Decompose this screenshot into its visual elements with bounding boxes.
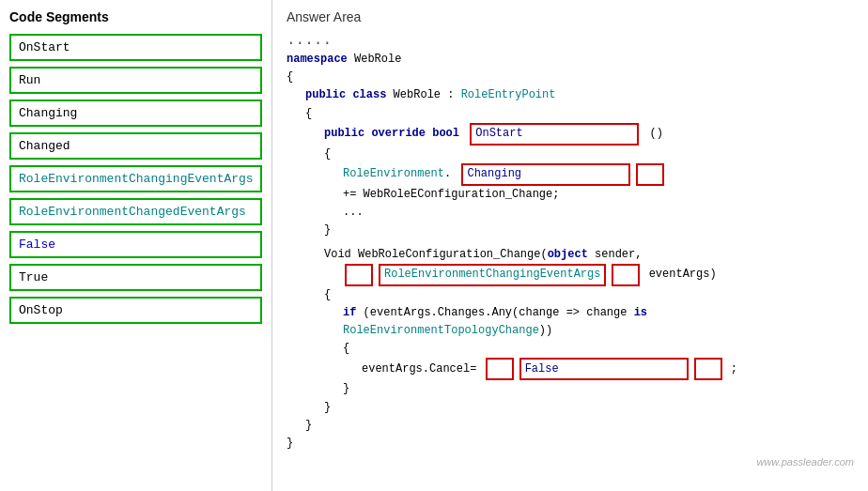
drop-box-3[interactable]: RoleEnvironmentChangingEventArgs <box>379 264 606 286</box>
segment-onstart[interactable]: OnStart <box>9 34 262 61</box>
if-line: if (eventArgs.Changes.Any(change => chan… <box>287 304 854 340</box>
close-brace-4: } <box>287 399 854 417</box>
segment-onstop[interactable]: OnStop <box>9 297 262 324</box>
drop-box-4-left[interactable] <box>486 358 514 380</box>
drop-box-2-arrow[interactable] <box>636 163 664 186</box>
drop-box-3-left[interactable] <box>345 264 373 286</box>
close-brace-2: } <box>287 417 854 435</box>
namespace-keyword: namespace WebRole <box>287 51 401 69</box>
event-args-line: RoleEnvironmentChangingEventArgs eventAr… <box>287 264 854 286</box>
drop-box-3-value: RoleEnvironmentChangingEventArgs <box>384 266 600 284</box>
override-line: public override bool OnStart () <box>287 123 854 146</box>
open-brace-4: { <box>287 286 854 304</box>
drop-box-1-value: OnStart <box>475 125 522 143</box>
answer-area-panel: Answer Area ..... namespace WebRole { pu… <box>272 0 868 491</box>
public-class-line: public class WebRole : RoleEntryPoint <box>287 86 854 104</box>
segment-role-env-changing[interactable]: RoleEnvironmentChangingEventArgs <box>9 165 262 192</box>
void-line: Void WebRoleConfiguration_Change(object … <box>287 246 854 264</box>
role-env-line: RoleEnvironment. Changing <box>287 163 854 186</box>
drop-box-3-right[interactable] <box>612 264 640 286</box>
dots-separator: ..... <box>287 32 854 49</box>
segment-changing[interactable]: Changing <box>9 100 262 127</box>
segment-role-env-changed[interactable]: RoleEnvironmentChangedEventArgs <box>9 198 262 225</box>
drop-box-2[interactable]: Changing <box>461 163 630 186</box>
close-brace-5: } <box>287 380 854 398</box>
answer-area-title: Answer Area <box>287 9 854 24</box>
open-brace-1: { <box>287 69 854 86</box>
segment-false[interactable]: False <box>9 231 262 258</box>
left-panel-title: Code Segments <box>9 9 262 24</box>
watermark: www.passleader.com <box>287 456 854 468</box>
drop-box-4-right[interactable] <box>694 358 722 380</box>
open-brace-2: { <box>287 105 854 123</box>
drop-box-4[interactable]: False <box>519 358 689 380</box>
close-brace-3: } <box>287 222 854 239</box>
drop-box-1[interactable]: OnStart <box>470 123 639 146</box>
drop-box-4-value: False <box>525 361 559 378</box>
ellipsis-line: ... <box>287 204 854 222</box>
segment-true[interactable]: True <box>9 264 262 291</box>
open-brace-5: { <box>287 340 854 358</box>
close-brace-1: } <box>287 435 854 453</box>
open-brace-3: { <box>287 146 854 163</box>
namespace-line: namespace WebRole <box>287 51 854 69</box>
cancel-line: eventArgs.Cancel= False ; <box>287 358 854 380</box>
code-segments-panel: Code Segments OnStart Run Changing Chang… <box>0 0 272 491</box>
segment-run[interactable]: Run <box>9 67 262 94</box>
segment-changed[interactable]: Changed <box>9 132 262 160</box>
code-block: namespace WebRole { public class WebRole… <box>287 51 854 453</box>
plus-equals-line: += WebRoleEConfiguration_Change; <box>287 186 854 204</box>
drop-box-2-value: Changing <box>467 165 521 183</box>
